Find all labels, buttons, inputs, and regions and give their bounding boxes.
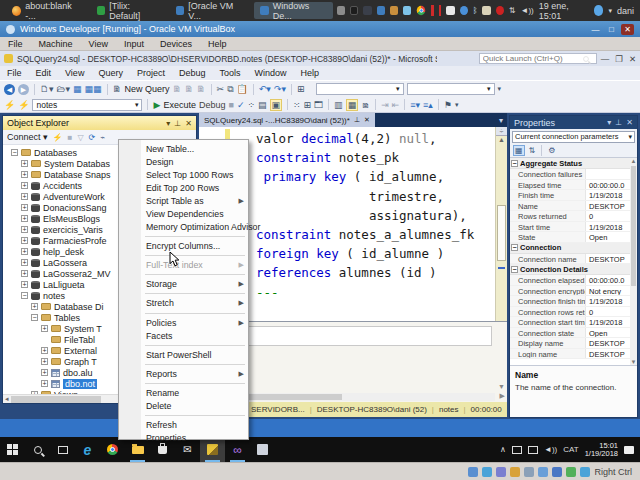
vbox-menu-item-devices[interactable]: Devices: [152, 39, 200, 49]
bookmark-icon[interactable]: ⚑: [444, 100, 452, 110]
collapse-icon[interactable]: −: [511, 244, 518, 251]
ssms-menu-item-help[interactable]: Help: [293, 68, 326, 78]
undo-icon[interactable]: ↶▾: [259, 84, 271, 94]
tree-node-label[interactable]: Tables: [54, 313, 80, 323]
volume-icon[interactable]: ◄)): [544, 445, 557, 454]
host-task-item[interactable]: [Tilix: Default]: [91, 2, 166, 19]
expand-icon[interactable]: +: [21, 259, 28, 266]
tree-node-label[interactable]: LaGossera2_MV: [43, 269, 111, 279]
scrollbar-thumb[interactable]: [631, 166, 636, 286]
vbox-menu-item-input[interactable]: Input: [116, 39, 152, 49]
expand-icon[interactable]: +: [41, 369, 48, 376]
properties-object-combo[interactable]: Current connection parameters ▾: [512, 131, 635, 143]
property-row[interactable]: Finish time1/19/2018: [510, 190, 637, 201]
tree-node-label[interactable]: Database Di: [54, 302, 104, 312]
copy-icon[interactable]: ⧉: [227, 84, 233, 95]
property-row[interactable]: NameDESKTOP: [510, 201, 637, 212]
save-all-icon[interactable]: ▦▦: [85, 84, 102, 94]
bluetooth-icon[interactable]: ᛒ: [473, 6, 478, 15]
sqlcmd-icon[interactable]: 🗈: [361, 100, 370, 110]
query-options-icon[interactable]: ▤: [258, 100, 267, 110]
scroll-down-icon[interactable]: ▼: [630, 359, 637, 365]
new-query-icon[interactable]: 🗎: [113, 84, 122, 94]
expand-icon[interactable]: +: [31, 303, 38, 310]
new-query-button[interactable]: New Query: [125, 84, 170, 94]
expand-icon[interactable]: +: [21, 160, 28, 167]
ssms-menu-item-debug[interactable]: Debug: [172, 68, 213, 78]
tree-node-label[interactable]: Graph T: [64, 357, 97, 367]
open-file-icon[interactable]: 🗁▾: [57, 84, 71, 94]
volume-icon[interactable]: ◄)): [520, 6, 533, 15]
user-avatar[interactable]: [594, 5, 604, 16]
network-arrows-icon[interactable]: ⇅: [509, 6, 516, 15]
chevron-down-icon[interactable]: ▾: [608, 7, 612, 15]
new-file-icon[interactable]: 🗋▾: [40, 84, 54, 94]
display-icon[interactable]: [363, 6, 371, 15]
query-db-icon[interactable]: 🗎: [197, 84, 206, 94]
ssms-menu-item-tools[interactable]: Tools: [212, 68, 247, 78]
tree-node-label[interactable]: System Databas: [44, 159, 110, 169]
tree-node-label[interactable]: notes: [43, 291, 65, 301]
context-menu-item[interactable]: Refresh: [119, 419, 248, 432]
context-menu-item[interactable]: Memory Optimization Advisor: [119, 221, 248, 234]
property-row[interactable]: Connection finish tim1/19/2018: [510, 296, 637, 307]
ssms-minimize-button[interactable]: —: [601, 54, 610, 64]
editor-vertical-scrollbar[interactable]: ÷ ▲: [495, 127, 507, 321]
tree-node-label[interactable]: help_desk: [43, 247, 84, 257]
context-menu-item[interactable]: Reports▶: [119, 367, 248, 380]
expand-icon[interactable]: +: [21, 270, 28, 277]
ssms-menu-item-edit[interactable]: Edit: [29, 68, 59, 78]
photos-icon[interactable]: [403, 6, 411, 15]
task-view-button[interactable]: [50, 437, 75, 462]
vbox-titlebar[interactable]: Windows Developer [Running] - Oracle VM …: [0, 21, 640, 37]
context-menu-item[interactable]: Properties: [119, 432, 248, 445]
expand-icon[interactable]: +: [21, 204, 28, 211]
alphabetical-icon[interactable]: ⇅: [529, 146, 536, 155]
quick-launch-input[interactable]: [483, 54, 579, 63]
ssms-menu-item-view[interactable]: View: [58, 68, 91, 78]
context-menu-item[interactable]: Start PowerShell: [119, 348, 248, 361]
ssms-close-button[interactable]: ✕: [629, 54, 636, 64]
sync-icon[interactable]: [460, 6, 468, 15]
tree-node-label[interactable]: Database Snaps: [44, 170, 111, 180]
collapse-icon[interactable]: −: [511, 266, 518, 273]
host-task-item[interactable]: about:blank -...: [6, 2, 87, 19]
close-icon[interactable]: ✕: [626, 118, 633, 127]
property-row[interactable]: Connection nameDESKTOP: [510, 254, 637, 265]
activity-monitor-icon[interactable]: ⊞: [297, 84, 305, 94]
chrome-tray-icon[interactable]: [417, 6, 425, 15]
showplan-icon[interactable]: ⁘: [247, 100, 255, 110]
property-row[interactable]: Rows returned0: [510, 211, 637, 222]
expand-icon[interactable]: +: [21, 237, 28, 244]
keyboard-icon[interactable]: [512, 446, 522, 454]
tree-node-label[interactable]: DonacionsSang: [43, 203, 107, 213]
collapse-icon[interactable]: −: [11, 149, 18, 156]
property-row[interactable]: Connection rows retu0: [510, 307, 637, 318]
splitter-handle[interactable]: ÷: [496, 127, 507, 136]
expand-icon[interactable]: +: [41, 358, 48, 365]
vbox-menu-item-file[interactable]: File: [0, 39, 31, 49]
ssms-menu-item-window[interactable]: Window: [247, 68, 293, 78]
save-icon[interactable]: ▦: [73, 84, 82, 94]
specify-values-icon[interactable]: ⁙: [293, 100, 301, 110]
parse-icon[interactable]: ✓: [237, 100, 245, 110]
context-menu-item[interactable]: Storage▶: [119, 278, 248, 291]
scroll-up-icon[interactable]: ▲: [630, 158, 637, 164]
expand-icon[interactable]: +: [21, 281, 28, 288]
expand-icon[interactable]: +: [41, 380, 48, 387]
comment-icon[interactable]: ▥: [334, 100, 343, 110]
vbox-menu-item-view[interactable]: View: [81, 39, 116, 49]
ssms-restore-button[interactable]: ❐: [615, 54, 623, 64]
properties-grid[interactable]: −Aggregate StatusConnection failuresElap…: [510, 157, 637, 365]
context-menu-item[interactable]: View Dependencies: [119, 207, 248, 220]
tree-node-label[interactable]: dbo.not: [63, 379, 97, 389]
scroll-left-icon[interactable]: ◂: [5, 395, 9, 403]
tree-node-label[interactable]: dbo.alu: [63, 368, 93, 378]
tree-node-label[interactable]: exercicis_Varis: [43, 225, 103, 235]
toolbar-combo[interactable]: ▾: [407, 83, 495, 95]
increase-indent-icon[interactable]: ≡▴: [423, 100, 433, 110]
record-icon[interactable]: [496, 6, 504, 15]
decrease-indent-icon[interactable]: ≡▾: [410, 100, 420, 110]
collapse-icon[interactable]: −: [511, 160, 518, 167]
context-menu-item[interactable]: Script Table as▶: [119, 194, 248, 207]
